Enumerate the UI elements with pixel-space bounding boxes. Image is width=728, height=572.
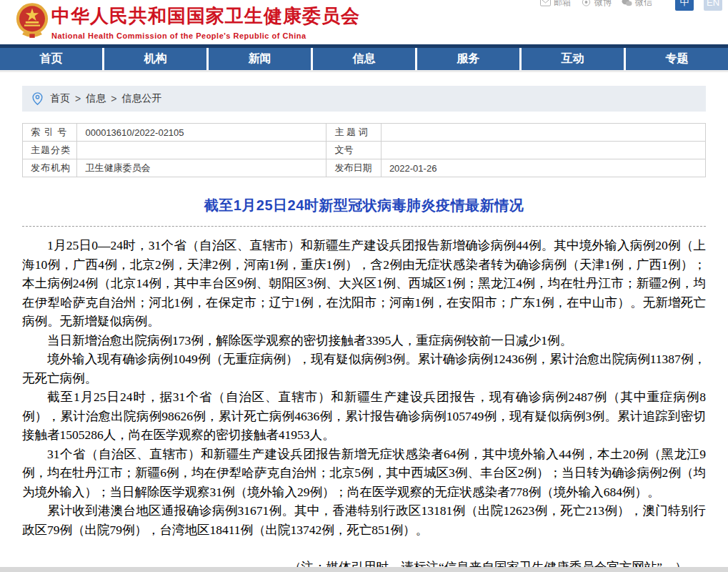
- article-paragraph: 当日新增治愈出院病例173例，解除医学观察的密切接触者3395人，重症病例较前一…: [22, 331, 706, 350]
- article-title: 截至1月25日24时新型冠状病毒肺炎疫情最新情况: [22, 196, 706, 215]
- nav-item-service[interactable]: 服务: [415, 48, 519, 70]
- wechat-label: 微信: [635, 0, 652, 9]
- nav-item-info[interactable]: 信息: [311, 48, 415, 70]
- article-paragraph: 截至1月25日24时，据31个省（自治区、直辖市）和新疆生产建设兵团报告，现有确…: [22, 388, 706, 445]
- article-paragraph: 1月25日0—24时，31个省（自治区、直辖市）和新疆生产建设兵团报告新增确诊病…: [22, 236, 706, 331]
- lang-english-button[interactable]: EN: [704, 0, 722, 11]
- subject-words-label: 主 题 词: [326, 124, 381, 142]
- wechat-link[interactable]: 微信: [622, 0, 652, 9]
- breadcrumb-info-disclosure[interactable]: 信息公开: [121, 92, 161, 105]
- doc-number-value: [381, 142, 705, 159]
- table-row: 主题分类 文号: [23, 142, 706, 159]
- breadcrumb-separator: >: [75, 93, 81, 104]
- doc-number-label: 文号: [326, 142, 381, 159]
- main-nav: 首页 机构 新闻 信息 服务 互动 专题: [0, 48, 728, 72]
- mail-label: 邮箱: [554, 0, 571, 9]
- topic-category-value: [77, 142, 326, 159]
- mail-icon: [540, 0, 551, 6]
- footer-bar: [0, 567, 728, 572]
- article-paragraph: 累计收到港澳台地区通报确诊病例31671例。其中，香港特别行政区13181例（出…: [22, 501, 706, 539]
- wechat-icon: [622, 0, 632, 6]
- subject-words-value: [381, 124, 705, 142]
- issuing-agency-label: 发布机构: [23, 159, 77, 177]
- site-subtitle: National Health Commission of the People…: [51, 31, 360, 40]
- weibo-label: 微博: [594, 0, 612, 9]
- nav-item-agency[interactable]: 机构: [102, 48, 206, 70]
- publish-date-label: 发布日期: [326, 159, 381, 177]
- nav-item-home[interactable]: 首页: [0, 48, 102, 70]
- weibo-icon: [581, 0, 592, 6]
- location-pin-icon: [32, 92, 43, 105]
- index-number-value: 000013610/2022-02105: [77, 124, 326, 142]
- nav-item-news[interactable]: 新闻: [206, 48, 311, 70]
- article-body: 1月25日0—24时，31个省（自治区、直辖市）和新疆生产建设兵团报告新增确诊病…: [22, 236, 706, 539]
- site-title: 中华人民共和国国家卫生健康委员会: [51, 4, 360, 29]
- site-header: 中华人民共和国国家卫生健康委员会 National Health Commiss…: [0, 0, 728, 44]
- breadcrumb-separator: >: [111, 93, 116, 104]
- article-paragraph: 31个省（自治区、直辖市）和新疆生产建设兵团报告新增无症状感染者64例，其中境外…: [22, 445, 706, 502]
- utility-bar: 邮箱 微博 微信 中 EN: [540, 0, 722, 11]
- national-emblem-logo: [16, 1, 49, 40]
- article-paragraph: 境外输入现有确诊病例1049例（无重症病例），现有疑似病例3例。累计确诊病例12…: [22, 350, 706, 388]
- topic-category-label: 主题分类: [23, 142, 77, 159]
- breadcrumb: 首页 > 信息 > 信息公开: [22, 86, 706, 112]
- publish-date-value: 2022-01-26: [381, 159, 705, 177]
- document-meta-table: 索 引 号 000013610/2022-02105 主 题 词 主题分类 文号…: [22, 123, 706, 177]
- lang-chinese-button[interactable]: 中: [675, 0, 694, 11]
- breadcrumb-home[interactable]: 首页: [50, 92, 70, 105]
- table-row: 索 引 号 000013610/2022-02105 主 题 词: [23, 124, 706, 142]
- nav-item-topics[interactable]: 专题: [624, 48, 728, 70]
- weibo-link[interactable]: 微博: [581, 0, 612, 9]
- table-row: 发布机构 卫生健康委员会 发布日期 2022-01-26: [23, 159, 706, 177]
- index-number-label: 索 引 号: [23, 124, 77, 142]
- issuing-agency-value: 卫生健康委员会: [77, 159, 326, 177]
- nav-item-interact[interactable]: 互动: [519, 48, 624, 70]
- mail-link[interactable]: 邮箱: [540, 0, 571, 9]
- dashed-separator: [22, 226, 706, 227]
- breadcrumb-info[interactable]: 信息: [86, 92, 106, 105]
